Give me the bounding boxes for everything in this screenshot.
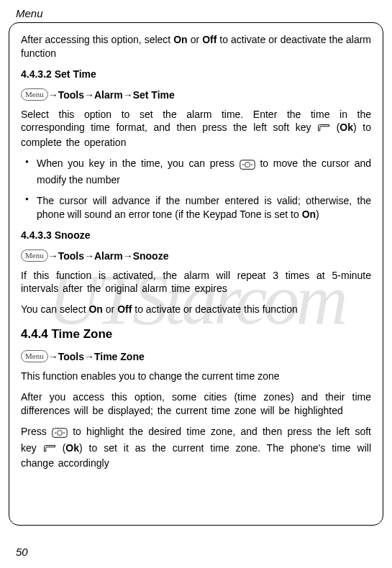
menu-path-text: Tools	[58, 89, 84, 101]
arrow-icon: →	[123, 89, 133, 101]
menu-path-text: Alarm	[94, 250, 123, 262]
arrow-icon: →	[84, 250, 94, 262]
chapter-header: Menu	[0, 0, 392, 22]
text: (	[56, 442, 66, 454]
svg-rect-3	[58, 431, 62, 435]
tz-para3: Press to highlight the desired time zone…	[21, 425, 371, 470]
nav-key-icon	[240, 160, 255, 173]
body-text: After accessing this option, select On o…	[21, 33, 371, 469]
list-item: When you key in the time, you can press …	[21, 157, 371, 187]
tz-para2: After you access this option, some citie…	[21, 390, 371, 418]
menu-path-text: Time Zone	[94, 351, 145, 362]
menu-path-text: Set Time	[133, 89, 175, 101]
text: or	[103, 303, 117, 315]
text: After accessing this option, select	[21, 34, 173, 45]
snooze-para1: If this function is activated, the alarm…	[21, 269, 371, 296]
nav-key-icon	[52, 428, 68, 441]
heading-set-time: 4.4.3.2 Set Time	[21, 68, 371, 81]
bullet-list: When you key in the time, you can press …	[21, 157, 371, 221]
menu-path-set-time: Menu→Tools→Alarm→Set Time	[21, 88, 371, 102]
left-softkey-icon	[43, 443, 56, 457]
text: to activate or deactivate this function	[132, 303, 297, 315]
svg-rect-1	[245, 162, 250, 167]
text-bold: Ok	[339, 122, 353, 133]
page-number: 50	[16, 546, 28, 558]
svg-rect-2	[53, 428, 67, 437]
menu-path-text: Alarm	[94, 89, 123, 101]
text-bold: On	[88, 303, 102, 315]
set-time-paragraph: Select this option to set the alarm time…	[21, 108, 371, 150]
snooze-para2: You can select On or Off to activate or …	[21, 303, 371, 316]
menu-softkey-icon: Menu	[21, 249, 48, 262]
menu-path-text: Snooze	[133, 250, 169, 262]
text: or	[188, 34, 202, 45]
text: The cursor will advance if the number en…	[37, 195, 371, 220]
menu-path-text: Tools	[58, 351, 84, 362]
intro-paragraph: After accessing this option, select On o…	[21, 33, 371, 60]
text-bold: On	[173, 34, 187, 45]
tz-para1: This function enables you to change the …	[21, 370, 371, 383]
text: You can select	[21, 303, 88, 315]
left-softkey-icon	[317, 122, 330, 136]
menu-path-text: Tools	[58, 250, 84, 262]
arrow-icon: →	[48, 250, 58, 262]
text: (	[330, 122, 339, 133]
heading-snooze: 4.4.3.3 Snooze	[21, 229, 371, 242]
heading-time-zone: 4.4.4 Time Zone	[21, 326, 371, 343]
arrow-icon: →	[123, 250, 133, 262]
text-bold: On	[302, 209, 316, 220]
svg-rect-0	[240, 160, 254, 170]
text-bold: Ok	[65, 442, 79, 454]
menu-path-time-zone: Menu→Tools→Time Zone	[21, 350, 371, 364]
menu-softkey-icon: Menu	[21, 350, 48, 362]
text-bold: Off	[202, 34, 216, 45]
content-frame: UTStarcom After accessing this option, s…	[9, 22, 383, 526]
text: )	[316, 209, 319, 220]
menu-softkey-icon: Menu	[21, 88, 48, 101]
text-bold: Off	[117, 303, 132, 315]
list-item: The cursor will advance if the number en…	[21, 194, 371, 221]
text: Press	[21, 426, 52, 437]
arrow-icon: →	[48, 89, 58, 101]
menu-path-snooze: Menu→Tools→Alarm→Snooze	[21, 249, 371, 263]
arrow-icon: →	[48, 351, 58, 362]
arrow-icon: →	[84, 351, 94, 362]
arrow-icon: →	[84, 89, 94, 101]
text: When you key in the time, you can press	[37, 157, 240, 169]
